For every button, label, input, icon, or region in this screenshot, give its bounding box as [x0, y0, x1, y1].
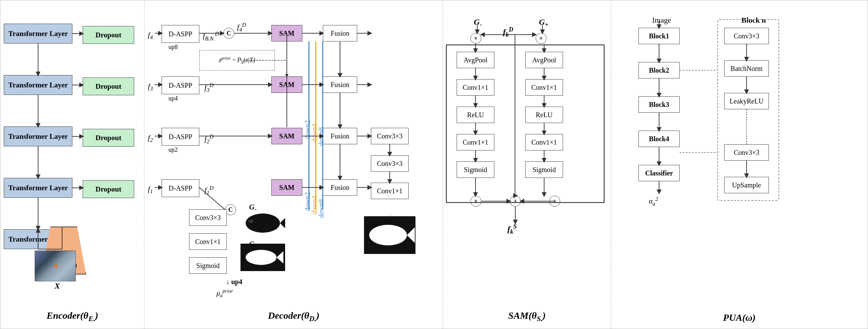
conv1x1-r2: Conv1×1: [525, 134, 563, 150]
fusion-2: Fusion: [323, 76, 357, 93]
f3-label: f3: [148, 82, 153, 92]
sam-inner: G- G+ fkD × × AvgPool Conv1×1 ReLU Conv1…: [443, 0, 611, 329]
f2-label: f2: [148, 133, 153, 144]
pua-section: Image Block1 Block2 Block3 Block4 Classi…: [611, 0, 868, 329]
decoder-section: f4 f3 f2 f1 D-ASPP D-ASPP D-ASPP D-ASPP …: [144, 0, 443, 329]
x-label: X: [55, 281, 60, 291]
up2-label: up2: [168, 146, 178, 154]
multiply-1: ×: [470, 33, 481, 44]
dropout-2: Dropout: [83, 77, 134, 95]
zprior-box: zprior ~ Pπ(z|X): [199, 50, 275, 71]
fD2-label: f2D: [204, 133, 213, 145]
conv1x1-l: Conv1×1: [457, 79, 494, 96]
pua-label: PUA(ω): [723, 312, 756, 323]
fish-gplus: [241, 244, 285, 271]
multiply-bot-r: ×: [549, 196, 560, 207]
sam-label: SAM(θS.): [508, 310, 546, 323]
transformer-layer-1: Transformer Layer: [4, 24, 72, 44]
decoder-inner: f4 f3 f2 f1 D-ASPP D-ASPP D-ASPP D-ASPP …: [144, 0, 443, 329]
fD1-label: f1D: [204, 185, 213, 196]
gplus-fish-label: G+: [249, 240, 258, 250]
sigmoid-bot: Sigmoid: [189, 257, 227, 274]
fish-output: [364, 216, 415, 254]
svg-rect-69: [446, 45, 604, 203]
up8-label: up8: [168, 44, 178, 51]
sam-2: SAM: [271, 76, 302, 93]
main-container: Transformer Layer Transformer Layer Tran…: [0, 0, 868, 329]
encoder-label: Encoder(θE.): [47, 310, 98, 323]
sam-4: SAM: [271, 179, 302, 196]
up4-arrow: ↓ up4: [226, 278, 242, 286]
sam-1: SAM: [271, 25, 302, 41]
conv1x1-out: Conv1×1: [371, 183, 409, 199]
block2: Block2: [638, 62, 680, 78]
svg-marker-13: [280, 213, 285, 233]
f1-label: f1: [148, 185, 153, 195]
blockn-border: [717, 19, 779, 201]
block1: Block1: [638, 28, 680, 44]
sam-section: G- G+ fkD × × AvgPool Conv1×1 ReLU Conv1…: [443, 0, 611, 329]
fusion-3: Fusion: [323, 128, 357, 144]
circle-c-1: C: [223, 28, 234, 39]
fusion-4: Fusion: [323, 179, 357, 196]
down8-label-1: down8: [317, 127, 325, 146]
dropout-4: Dropout: [83, 180, 134, 198]
transformer-layer-2: Transformer Layer: [4, 75, 72, 95]
add-center: +: [510, 196, 521, 207]
daspp-2: D-ASPP: [162, 76, 199, 94]
transformer-layer-3: Transformer Layer: [4, 126, 72, 146]
daspp-3: D-ASPP: [162, 128, 199, 146]
f4-label: f4: [148, 31, 153, 41]
fkD-label: fkD: [503, 26, 513, 38]
conv1x1-r: Conv1×1: [525, 79, 563, 96]
fD4-label: fB.N.D: [203, 31, 219, 42]
up4-label: up4: [168, 95, 178, 102]
fkS-label: fkS: [507, 223, 517, 235]
fish-dot: [54, 265, 58, 267]
fish-gminus: [241, 206, 285, 240]
dropout-1: Dropout: [83, 26, 134, 44]
multiply-bot-l: ×: [470, 196, 481, 207]
daspp-1: D-ASPP: [162, 25, 199, 43]
mu-prior-label: μaprior: [216, 288, 233, 298]
encoder-inner: Transformer Layer Transformer Layer Tran…: [0, 0, 144, 329]
decoder-label: Decoder(θD.): [268, 310, 319, 323]
conv3x3-bot: Conv3×3: [189, 209, 227, 226]
avgpool-r: AvgPool: [525, 52, 563, 68]
gminus-fish-label: G-: [249, 203, 256, 213]
pua-inner: Image Block1 Block2 Block3 Block4 Classi…: [611, 0, 868, 329]
image-label: Image: [652, 16, 671, 25]
fD4-out-label: f4D: [237, 22, 246, 33]
relu-r: ReLU: [525, 107, 563, 123]
sam-gplus-label: G+: [539, 17, 549, 28]
relu-l: ReLU: [457, 107, 494, 123]
dropout-3: Dropout: [83, 129, 134, 147]
sigmoid-r: Sigmoid: [525, 161, 563, 178]
transformer-layer-4: Transformer Layer: [4, 178, 72, 198]
conv1x1-l2: Conv1×1: [457, 134, 494, 150]
svg-point-14: [248, 220, 254, 223]
multiply-2: ×: [536, 33, 547, 44]
sam-3: SAM: [271, 128, 302, 144]
sigma-label: σa2: [649, 196, 658, 207]
input-image: [35, 251, 76, 281]
avgpool-l: AvgPool: [457, 52, 494, 68]
fD3-label: f3D: [204, 82, 213, 94]
sam-gminus-label: G-: [474, 17, 482, 28]
blue-line-2: [322, 41, 323, 209]
conv3x3-2: Conv3×3: [371, 155, 409, 172]
encoder-section: Transformer Layer Transformer Layer Tran…: [0, 0, 144, 329]
block4: Block4: [638, 131, 680, 147]
sigmoid-l: Sigmoid: [457, 161, 494, 178]
block3: Block3: [638, 96, 680, 113]
svg-point-16: [246, 250, 277, 265]
daspp-4: D-ASPP: [162, 179, 199, 197]
svg-point-19: [369, 225, 407, 245]
fusion-1: Fusion: [323, 25, 357, 41]
conv1x1-bot: Conv1×1: [189, 233, 227, 250]
down8-label-2: down8: [317, 199, 325, 218]
classifier: Classifier: [638, 165, 680, 181]
conv3x3-1: Conv3×3: [371, 128, 409, 144]
